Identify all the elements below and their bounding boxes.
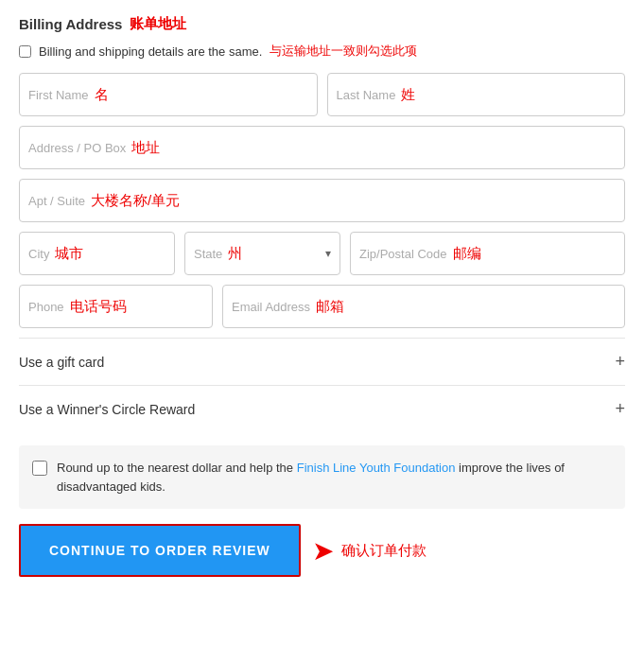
last-name-input[interactable] xyxy=(327,73,626,116)
address-input[interactable] xyxy=(19,126,625,169)
winners-circle-label: Use a Winner's Circle Reward xyxy=(19,402,195,417)
winners-circle-row[interactable]: Use a Winner's Circle Reward + xyxy=(19,385,625,432)
billing-address-title: Billing Address 账单地址 xyxy=(19,15,625,33)
last-name-field: Last Name 姓 xyxy=(327,73,626,116)
apt-row: Apt / Suite 大楼名称/单元 xyxy=(19,179,625,222)
billing-title-chinese: 账单地址 xyxy=(130,15,186,33)
same-address-label: Billing and shipping details are the sam… xyxy=(39,44,262,59)
city-field: City 城市 xyxy=(19,232,175,275)
same-address-chinese: 与运输地址一致则勾选此项 xyxy=(270,43,417,60)
address-row: Address / PO Box 地址 xyxy=(19,126,625,169)
arrow-annotation: ➤ 确认订单付款 xyxy=(312,535,426,566)
phone-field: Phone 电话号码 xyxy=(19,285,213,328)
email-input[interactable] xyxy=(222,285,625,328)
donation-text: Round up to the nearest dollar and help … xyxy=(57,459,612,496)
state-select[interactable]: AL AK AZ CA CO FL GA NY TX xyxy=(184,232,340,275)
city-input[interactable] xyxy=(19,232,175,275)
same-address-row: Billing and shipping details are the sam… xyxy=(19,43,625,60)
phone-email-row: Phone 电话号码 Email Address 邮箱 xyxy=(19,285,625,328)
red-arrow-icon: ➤ xyxy=(312,535,334,566)
same-address-checkbox[interactable] xyxy=(19,45,31,58)
zip-input[interactable] xyxy=(350,232,625,275)
donation-text-part1: Round up to the nearest dollar and help … xyxy=(57,461,297,475)
donation-box: Round up to the nearest dollar and help … xyxy=(19,445,625,509)
email-field: Email Address 邮箱 xyxy=(222,285,625,328)
donation-link[interactable]: Finish Line Youth Foundation xyxy=(297,461,456,475)
gift-card-plus-icon: + xyxy=(615,352,625,372)
city-state-zip-row: City 城市 State 州 AL AK AZ CA CO xyxy=(19,232,625,275)
gift-card-label: Use a gift card xyxy=(19,355,104,370)
phone-input[interactable] xyxy=(19,285,213,328)
billing-title-text: Billing Address xyxy=(19,16,122,32)
continue-button-wrap: CONTINUE TO ORDER REVIEW ➤ 确认订单付款 xyxy=(19,524,625,577)
zip-field: Zip/Postal Code 邮编 xyxy=(350,232,625,275)
apt-input[interactable] xyxy=(19,179,625,222)
name-row: First Name 名 Last Name 姓 xyxy=(19,73,625,116)
state-field: State 州 AL AK AZ CA CO FL GA NY TX ▾ xyxy=(184,232,340,275)
first-name-input[interactable] xyxy=(19,73,318,116)
donation-checkbox[interactable] xyxy=(32,461,47,476)
winners-circle-plus-icon: + xyxy=(615,399,625,419)
continue-button[interactable]: CONTINUE TO ORDER REVIEW xyxy=(19,524,301,577)
gift-card-row[interactable]: Use a gift card + xyxy=(19,338,625,385)
annotation-text: 确认订单付款 xyxy=(341,542,426,560)
first-name-field: First Name 名 xyxy=(19,73,318,116)
